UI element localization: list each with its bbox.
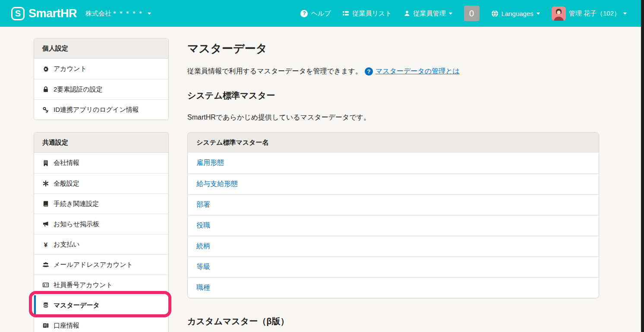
sidebar-item-label: ID連携アプリのログイン情報: [54, 106, 139, 114]
megaphone-icon: [42, 221, 49, 228]
nav-languages[interactable]: Languages: [491, 10, 540, 17]
sidebar-item-two-factor[interactable]: 2要素認証の設定: [34, 79, 168, 99]
settings-sidebar: 個人設定 アカウント 2要素認証の設定: [34, 38, 169, 332]
master-data-help-link[interactable]: マスターデータの管理とは: [376, 66, 460, 76]
company-switcher[interactable]: 株式会社＊＊＊＊＊: [85, 9, 151, 18]
asterisk-icon: [42, 180, 49, 187]
main-content: マスターデータ 従業員情報で利用するマスターデータを管理できます。 ? マスター…: [187, 27, 599, 327]
master-link[interactable]: 役職: [196, 221, 210, 230]
id-card-icon: [42, 281, 49, 288]
window-edge-strip: [641, 0, 644, 332]
database-icon: [42, 302, 49, 309]
table-row[interactable]: 等級: [188, 256, 599, 277]
sidebar-section-title: 共通設定: [34, 133, 168, 153]
sidebar-item-id-linked-apps[interactable]: ID連携アプリのログイン情報: [34, 99, 168, 120]
page-description: 従業員情報で利用するマスターデータを管理できます。 ? マスターデータの管理とは: [187, 66, 599, 76]
globe-icon: [491, 10, 499, 17]
sidebar-item-master-data[interactable]: マスターデータ: [34, 295, 168, 315]
chevron-down-icon: [623, 13, 627, 15]
help-icon: ?: [300, 10, 308, 17]
building-icon: [42, 160, 49, 167]
chevron-down-icon: [148, 13, 151, 15]
system-master-table: システム標準マスター名 雇用形態 給与支給形態 部署 役職 続柄 等級 職種: [187, 132, 599, 298]
user-name-label: 管理 花子（102）: [569, 9, 620, 18]
sidebar-item-announcement-board[interactable]: お知らせ掲示板: [34, 214, 168, 234]
notification-count-badge[interactable]: 0: [464, 6, 480, 21]
chevron-down-icon: [537, 13, 540, 15]
gear-icon: [42, 66, 49, 73]
lock-icon: [42, 86, 49, 93]
sidebar-item-label: 社員番号アカウント: [54, 281, 113, 289]
system-master-heading: システム標準マスター: [187, 91, 599, 101]
help-circle-icon: ?: [365, 67, 373, 76]
sidebar-item-email-accounts[interactable]: メールアドレスアカウント: [34, 254, 168, 275]
nav-help[interactable]: ? ヘルプ: [300, 9, 331, 18]
app-header: S SmartHR 株式会社＊＊＊＊＊ ? ヘルプ 従業員リスト: [0, 0, 644, 27]
table-row[interactable]: 職種: [188, 277, 599, 298]
sidebar-item-label: マスターデータ: [54, 301, 100, 310]
users-icon: [42, 261, 49, 268]
sidebar-item-payment[interactable]: ¥ お支払い: [34, 234, 168, 254]
smarthr-logo[interactable]: S SmartHR: [11, 7, 77, 20]
sidebar-item-label: 会社情報: [54, 159, 79, 167]
key-icon: [42, 106, 49, 113]
master-link[interactable]: 職種: [196, 283, 210, 292]
chevron-down-icon: [449, 13, 452, 15]
user-menu[interactable]: 管理 花子（102）: [552, 6, 627, 21]
brand-name: SmartHR: [28, 7, 77, 20]
sidebar-section-personal: 個人設定 アカウント 2要素認証の設定: [34, 38, 169, 120]
sidebar-item-label: お知らせ掲示板: [54, 220, 99, 228]
nav-employee-list-label: 従業員リスト: [352, 9, 391, 18]
table-row[interactable]: 続柄: [188, 236, 599, 256]
book-icon: [42, 200, 49, 207]
system-master-description: SmartHRであらかじめ提供しているマスターデータです。: [187, 113, 599, 122]
page-title: マスターデータ: [187, 42, 599, 55]
sidebar-item-label: アカウント: [54, 65, 87, 73]
list-icon: [342, 10, 349, 17]
sidebar-item-general-settings[interactable]: 全般設定: [34, 173, 168, 193]
custom-master-heading: カスタムマスター（β版）: [187, 316, 599, 327]
nav-employee-management-label: 従業員管理: [414, 9, 446, 18]
master-link[interactable]: 雇用形態: [196, 158, 224, 168]
smarthr-settings-page: S SmartHR 株式会社＊＊＊＊＊ ? ヘルプ 従業員リスト: [0, 0, 644, 332]
master-link[interactable]: 部署: [196, 200, 210, 209]
passbook-icon: [42, 322, 49, 329]
company-name: 株式会社＊＊＊＊＊: [85, 9, 144, 18]
sidebar-item-label: 2要素認証の設定: [54, 85, 103, 94]
sidebar-item-label: 手続き関連設定: [54, 200, 99, 208]
smarthr-logo-icon: S: [11, 7, 25, 20]
master-link[interactable]: 給与支給形態: [196, 180, 238, 189]
sidebar-item-bank-account-info[interactable]: 口座情報: [34, 315, 168, 332]
sidebar-item-label: メールアドレスアカウント: [54, 261, 133, 269]
sidebar-section-title: 個人設定: [34, 38, 168, 59]
table-row[interactable]: 部署: [188, 194, 599, 215]
nav-help-label: ヘルプ: [311, 9, 331, 18]
sidebar-item-label: 口座情報: [54, 322, 79, 330]
table-row[interactable]: 給与支給形態: [188, 174, 599, 194]
table-row[interactable]: 役職: [188, 215, 599, 236]
person-icon: [404, 10, 410, 17]
sidebar-item-account[interactable]: アカウント: [34, 59, 168, 79]
avatar: [552, 6, 566, 21]
sidebar-item-label: お支払い: [54, 240, 80, 249]
master-link[interactable]: 続柄: [196, 242, 210, 251]
page-description-text: 従業員情報で利用するマスターデータを管理できます。: [187, 66, 362, 76]
nav-employee-management[interactable]: 従業員管理: [404, 9, 452, 18]
nav-languages-label: Languages: [502, 10, 534, 17]
nav-employee-list[interactable]: 従業員リスト: [342, 9, 391, 18]
yen-icon: ¥: [42, 241, 49, 248]
master-link[interactable]: 等級: [196, 262, 210, 272]
sidebar-item-company-info[interactable]: 会社情報: [34, 153, 168, 173]
active-indicator: [34, 295, 36, 315]
sidebar-section-common: 共通設定 会社情報 全般設定: [34, 132, 169, 332]
table-column-header: システム標準マスター名: [188, 133, 599, 153]
sidebar-item-procedure-settings[interactable]: 手続き関連設定: [34, 193, 168, 214]
table-row[interactable]: 雇用形態: [188, 153, 599, 174]
sidebar-item-label: 全般設定: [54, 180, 79, 188]
sidebar-item-employee-number-accounts[interactable]: 社員番号アカウント: [34, 275, 168, 295]
